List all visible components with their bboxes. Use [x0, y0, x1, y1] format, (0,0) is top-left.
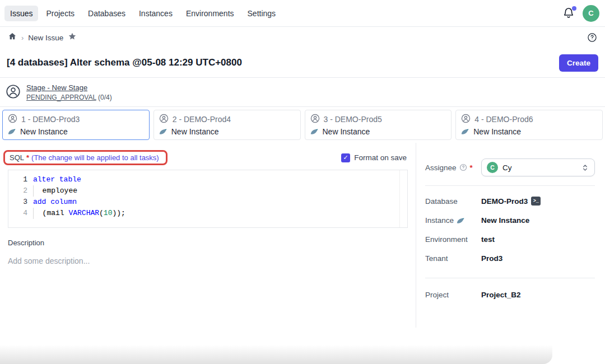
sql-token: ));: [112, 209, 125, 217]
editor-line: 3 add column: [8, 197, 407, 208]
nav-item-settings[interactable]: Settings: [242, 6, 282, 21]
assignee-row: Assignee * C Cy: [425, 158, 595, 176]
divider: [425, 278, 595, 278]
assignee-select[interactable]: C Cy: [481, 158, 595, 176]
notifications-bell-icon[interactable]: [562, 7, 575, 20]
breadcrumb-separator-icon: ›: [21, 34, 24, 42]
user-avatar[interactable]: C: [583, 5, 599, 22]
task-title: 4 - DEMO-Prod6: [474, 115, 533, 124]
top-nav: Issues Projects Databases Instances Envi…: [0, 0, 605, 27]
sql-editor-console-icon[interactable]: [531, 197, 541, 206]
mysql-icon: [159, 128, 167, 135]
issue-header: [4 databases] Alter schema @05-08 12:29 …: [0, 48, 605, 77]
project-label: Project: [425, 291, 449, 299]
nav-item-databases[interactable]: Databases: [82, 6, 131, 21]
environment-value: test: [481, 235, 495, 244]
assignee-help-icon[interactable]: [459, 164, 467, 171]
line-number: 1: [8, 174, 33, 185]
description-label: Description: [8, 239, 408, 247]
breadcrumb: › New Issue: [0, 27, 605, 48]
editor-line: 2 employee: [8, 185, 407, 197]
task-instance: New Instance: [323, 127, 370, 136]
assignee-label: Assignee: [425, 164, 457, 172]
sql-required-asterisk: *: [26, 153, 29, 162]
mysql-icon: [461, 128, 469, 135]
task-title: 1 - DEMO-Prod3: [21, 115, 80, 124]
line-number: 4: [8, 208, 33, 219]
task-tab-4[interactable]: 4 - DEMO-Prod6 New Instance: [455, 110, 603, 140]
create-button[interactable]: Create: [559, 54, 598, 72]
notification-dot: [572, 6, 576, 11]
stage-status-link[interactable]: PENDING_APPROVAL: [26, 94, 96, 101]
home-icon[interactable]: [8, 32, 17, 43]
person-circle-icon: [159, 114, 169, 125]
sql-token: (: [99, 209, 104, 217]
stage-section: Stage - New Stage PENDING_APPROVAL (0/4): [0, 78, 605, 106]
instance-value: New Instance: [481, 216, 529, 225]
person-circle-icon: [310, 114, 320, 125]
assignee-required-asterisk: *: [470, 164, 473, 172]
sql-token: add column: [33, 198, 77, 206]
sql-token: alter table: [33, 175, 81, 184]
instance-row: Instance New Instance: [425, 216, 595, 225]
sql-token: (mail: [34, 209, 68, 217]
stage-link[interactable]: Stage - New Stage: [26, 83, 112, 92]
database-value[interactable]: DEMO-Prod3: [481, 197, 528, 206]
task-title: 3 - DEMO-Prod5: [324, 115, 382, 124]
divider: [425, 185, 595, 186]
issue-sidebar: Assignee * C Cy: [416, 143, 605, 328]
task-title: 2 - DEMO-Prod4: [173, 115, 231, 124]
project-value[interactable]: Project_B2: [481, 291, 521, 299]
nav-item-instances[interactable]: Instances: [133, 6, 178, 21]
stage-progress: (0/4): [98, 94, 112, 101]
database-row: Database DEMO-Prod3: [425, 197, 595, 206]
person-circle-icon: [8, 114, 17, 125]
sql-pane: SQL* (The change will be applied to all …: [0, 143, 416, 328]
mysql-icon: [310, 128, 319, 135]
assignee-person-icon: [6, 84, 21, 101]
line-number: 3: [8, 197, 33, 208]
breadcrumb-current: New Issue: [28, 34, 63, 42]
help-icon[interactable]: [587, 32, 597, 43]
line-number: 2: [8, 185, 33, 197]
editor-overview-ruler: [399, 170, 400, 227]
database-label: Database: [425, 197, 458, 206]
description-input[interactable]: Add some description...: [8, 256, 408, 265]
bookmark-star-icon[interactable]: [68, 32, 77, 43]
sql-token: 10: [104, 209, 113, 217]
window-bottom-shadow: [0, 345, 552, 364]
editor-line: 4 (mail VARCHAR(10));: [8, 208, 407, 219]
person-circle-icon: [461, 114, 471, 125]
tenant-row: Tenant Prod3: [425, 254, 595, 263]
select-updown-icon: [581, 164, 589, 172]
tenant-label: Tenant: [425, 254, 448, 263]
page-title: [4 databases] Alter schema @05-08 12:29 …: [7, 57, 242, 68]
format-on-save-checkbox[interactable]: ✓: [341, 153, 350, 162]
sql-token: employee: [34, 186, 77, 195]
task-instance: New Instance: [171, 127, 219, 136]
task-tab-3[interactable]: 3 - DEMO-Prod5 New Instance: [305, 110, 452, 140]
sql-label-highlight-annotation: SQL* (The change will be applied to all …: [3, 150, 167, 165]
format-on-save-label: Format on save: [354, 153, 407, 162]
sql-token: VARCHAR: [68, 209, 99, 217]
mysql-icon: [457, 217, 465, 224]
editor-line: 1 alter table: [8, 174, 407, 185]
sql-editor[interactable]: 1 alter table 2 employee 3 add column 4 …: [8, 170, 408, 228]
nav-item-issues[interactable]: Issues: [4, 6, 38, 21]
task-tab-2[interactable]: 2 - DEMO-Prod4 New Instance: [153, 110, 301, 140]
app-window: Issues Projects Databases Instances Envi…: [0, 0, 605, 364]
assignee-value: Cy: [502, 164, 512, 172]
sql-note: (The change will be applied to all tasks…: [31, 153, 159, 162]
environment-label: Environment: [425, 235, 468, 244]
tenant-value: Prod3: [481, 254, 502, 263]
nav-item-projects[interactable]: Projects: [40, 6, 80, 21]
instance-label: Instance: [425, 216, 454, 225]
task-tab-1[interactable]: 1 - DEMO-Prod3 New Instance: [2, 110, 150, 140]
project-row: Project Project_B2: [425, 291, 595, 299]
task-instance: New Instance: [20, 127, 68, 136]
assignee-avatar: C: [487, 162, 498, 173]
environment-row: Environment test: [425, 235, 595, 244]
nav-item-environments[interactable]: Environments: [180, 6, 240, 21]
task-tabs: 1 - DEMO-Prod3 New Instance 2 - DEMO-Pro…: [0, 107, 605, 143]
sql-label: SQL: [10, 153, 24, 162]
